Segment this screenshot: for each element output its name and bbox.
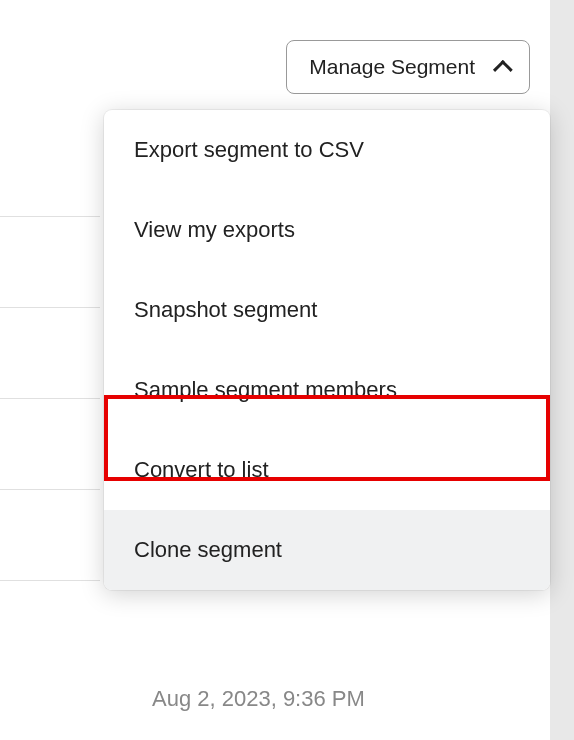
menu-item-snapshot-segment[interactable]: Snapshot segment (104, 270, 550, 350)
manage-segment-button[interactable]: Manage Segment (286, 40, 530, 94)
row-divider (0, 398, 100, 399)
menu-item-view-exports[interactable]: View my exports (104, 190, 550, 270)
menu-item-label: Snapshot segment (134, 297, 317, 322)
menu-item-label: Clone segment (134, 537, 282, 562)
chevron-up-icon (493, 60, 513, 80)
menu-item-sample-members[interactable]: Sample segment members (104, 350, 550, 430)
manage-segment-menu: Export segment to CSV View my exports Sn… (104, 110, 550, 590)
background-table-rows (0, 216, 100, 671)
timestamp-text: Aug 2, 2023, 9:36 PM (152, 686, 365, 712)
scrollbar-track[interactable] (550, 0, 574, 740)
row-divider (0, 489, 100, 490)
row-divider (0, 307, 100, 308)
menu-item-convert-to-list[interactable]: Convert to list (104, 430, 550, 510)
menu-item-label: Convert to list (134, 457, 269, 482)
row-divider (0, 580, 100, 581)
menu-item-clone-segment[interactable]: Clone segment (104, 510, 550, 590)
menu-item-label: View my exports (134, 217, 295, 242)
row-divider (0, 216, 100, 217)
menu-item-label: Sample segment members (134, 377, 397, 402)
menu-item-export-csv[interactable]: Export segment to CSV (104, 110, 550, 190)
menu-item-label: Export segment to CSV (134, 137, 364, 162)
manage-segment-label: Manage Segment (309, 55, 475, 79)
